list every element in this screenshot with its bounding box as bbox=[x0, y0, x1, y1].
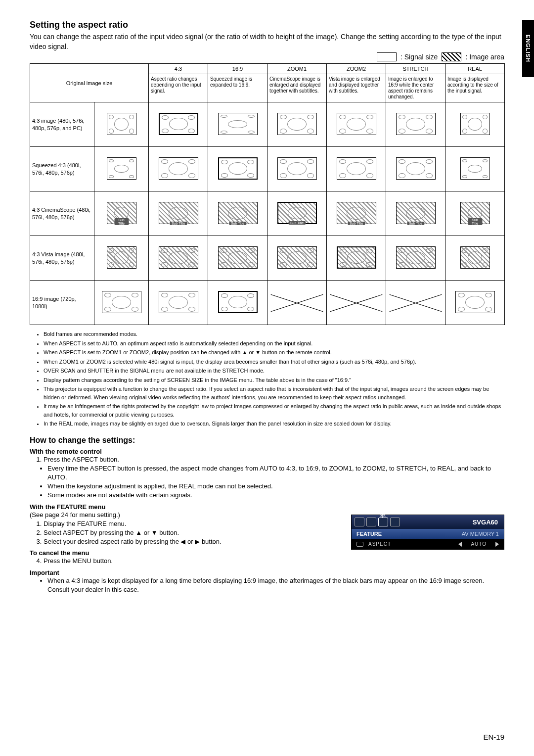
osd-tab-icon bbox=[366, 518, 376, 526]
row-label: 4:3 Vista image (480i, 576i, 480p, 576p) bbox=[30, 236, 94, 281]
row-label: 4:3 image (480i, 576i, 480p, 576p, and P… bbox=[30, 102, 94, 147]
thumb bbox=[218, 246, 258, 269]
aspect-table: Original image size 4:3 16:9 ZOOM1 ZOOM2… bbox=[30, 63, 505, 325]
note-item: This projector is equipped with a functi… bbox=[44, 385, 504, 401]
desc-cell: Aspect ratio changes depending on the in… bbox=[149, 74, 208, 102]
cancel-heading: To cancel the menu bbox=[30, 549, 504, 557]
th-col: 4:3 bbox=[149, 64, 208, 74]
osd-tab-icon bbox=[355, 518, 364, 526]
thumb bbox=[159, 157, 198, 180]
thumb bbox=[159, 291, 198, 313]
important-list: When a 4:3 image is kept displayed for a… bbox=[30, 576, 504, 594]
remote-steps: Press the ASPECT button. bbox=[30, 455, 504, 464]
remote-notes: Every time the ASPECT button is pressed,… bbox=[30, 464, 504, 500]
note-item: When ZOOM1 or ZOOM2 is selected while 48… bbox=[44, 358, 504, 366]
osd-header: opt. SVGA60 bbox=[352, 515, 504, 529]
step: Press the MENU button. bbox=[44, 557, 504, 566]
note-item: OVER SCAN and SHUTTER in the SIGNAL menu… bbox=[44, 367, 504, 375]
thumb bbox=[159, 113, 198, 135]
thumb bbox=[337, 246, 376, 269]
subtitle-label: Sub Title bbox=[407, 222, 424, 225]
opt-label: opt. bbox=[380, 513, 386, 518]
thumb: Sub Title bbox=[218, 202, 258, 224]
thumb bbox=[107, 113, 136, 135]
thumb bbox=[102, 291, 141, 313]
th-col: STRETCH bbox=[386, 64, 445, 74]
osd-aspect-label: ASPECT bbox=[368, 541, 391, 547]
note-item: In the REAL mode, images may be slightly… bbox=[44, 420, 504, 428]
thumb: Sub Title bbox=[337, 202, 376, 224]
osd-aspect-value: AUTO bbox=[471, 541, 487, 547]
th-col: ZOOM2 bbox=[327, 64, 386, 74]
note-item: Some modes are not available with certai… bbox=[47, 491, 504, 500]
subtitle-label: Sub Title bbox=[114, 218, 129, 225]
thumb bbox=[218, 157, 258, 180]
th-original: Original image size bbox=[30, 64, 149, 102]
osd-aspect-row: ASPECT AUTO bbox=[352, 539, 504, 549]
thumb: Sub Title bbox=[460, 202, 490, 224]
thumb: Sub Title bbox=[396, 202, 436, 224]
th-col: ZOOM1 bbox=[267, 64, 327, 74]
note-item: When a 4:3 image is kept displayed for a… bbox=[47, 576, 504, 594]
thumb bbox=[277, 246, 317, 269]
subtitle-label: Sub Title bbox=[348, 222, 365, 225]
osd-feature-bar: FEATURE AV MEMORY 1 bbox=[352, 529, 504, 539]
legend-signal-box bbox=[377, 52, 397, 61]
notes-list: Bold frames are recommended modes. When … bbox=[44, 330, 504, 428]
legend-image-label: : Image area bbox=[465, 53, 504, 61]
howto-title: How to change the settings: bbox=[30, 436, 504, 445]
osd-avmemory-label: AV MEMORY 1 bbox=[462, 531, 499, 537]
thumb bbox=[337, 113, 376, 135]
subtitle-label: Sub Title bbox=[170, 222, 187, 225]
remote-heading: With the remote control bbox=[30, 448, 504, 455]
thumb bbox=[159, 246, 198, 269]
note-item: When ASPECT is set to ZOOM1 or ZOOM2, di… bbox=[44, 348, 504, 357]
blank-cell bbox=[329, 283, 384, 323]
thumb bbox=[455, 291, 495, 313]
thumb: Sub Title bbox=[107, 202, 136, 224]
note-item: Every time the ASPECT button is pressed,… bbox=[47, 464, 504, 482]
legend: : Signal size : Image area bbox=[30, 52, 504, 61]
feature-heading: With the FEATURE menu bbox=[30, 503, 504, 511]
th-col: REAL bbox=[445, 64, 505, 74]
thumb bbox=[460, 246, 490, 269]
osd-tab-icon bbox=[390, 518, 400, 526]
thumb bbox=[277, 113, 317, 135]
right-arrow-icon bbox=[495, 542, 499, 547]
thumb bbox=[460, 157, 490, 180]
desc-cell: Vista image is enlarged and displayed to… bbox=[327, 74, 386, 102]
blank-cell bbox=[388, 283, 443, 323]
legend-image-box bbox=[442, 52, 461, 61]
thumb bbox=[396, 246, 436, 269]
section-title: Setting the aspect ratio bbox=[30, 20, 504, 30]
desc-cell: Image is enlarged to 16:9 while the cent… bbox=[386, 74, 445, 102]
thumb bbox=[218, 113, 258, 135]
language-tab: ENGLISH bbox=[522, 20, 534, 77]
desc-cell: Squeezed image is expanded to 16:9. bbox=[208, 74, 267, 102]
row-label: 16:9 image (720p, 1080i) bbox=[30, 281, 94, 325]
thumb bbox=[107, 246, 136, 269]
note-item: When ASPECT is set to AUTO, an optimum a… bbox=[44, 339, 504, 348]
note-item: Bold frames are recommended modes. bbox=[44, 330, 504, 338]
step: Press the ASPECT button. bbox=[44, 455, 504, 464]
desc-cell: CinemaScope image is enlarged and displa… bbox=[267, 74, 327, 102]
note-item: When the keystone adjustment is applied,… bbox=[47, 482, 504, 491]
aspect-icon bbox=[356, 542, 363, 547]
thumb bbox=[277, 157, 317, 180]
blank-cell bbox=[269, 283, 324, 323]
note-item: It may be an infringement of the rights … bbox=[44, 402, 504, 419]
thumb: Sub Title bbox=[277, 202, 317, 224]
thumb bbox=[460, 113, 490, 135]
subtitle-label: Sub Title bbox=[229, 222, 246, 225]
osd-signal: SVGA60 bbox=[473, 519, 504, 526]
subtitle-label: Sub Title bbox=[288, 221, 306, 225]
thumb bbox=[396, 113, 436, 135]
legend-signal-label: : Signal size bbox=[400, 53, 438, 61]
page-number: EN-19 bbox=[483, 733, 504, 741]
note-item: Display pattern changes according to the… bbox=[44, 376, 504, 384]
row-label: Squeezed 4:3 (480i, 576i, 480p, 576p) bbox=[30, 147, 94, 191]
cancel-steps: Press the MENU button. bbox=[30, 557, 504, 566]
intro-text: You can change the aspect ratio of the i… bbox=[30, 32, 504, 51]
osd-tab-icon: opt. bbox=[378, 518, 388, 526]
th-col: 16:9 bbox=[208, 64, 267, 74]
